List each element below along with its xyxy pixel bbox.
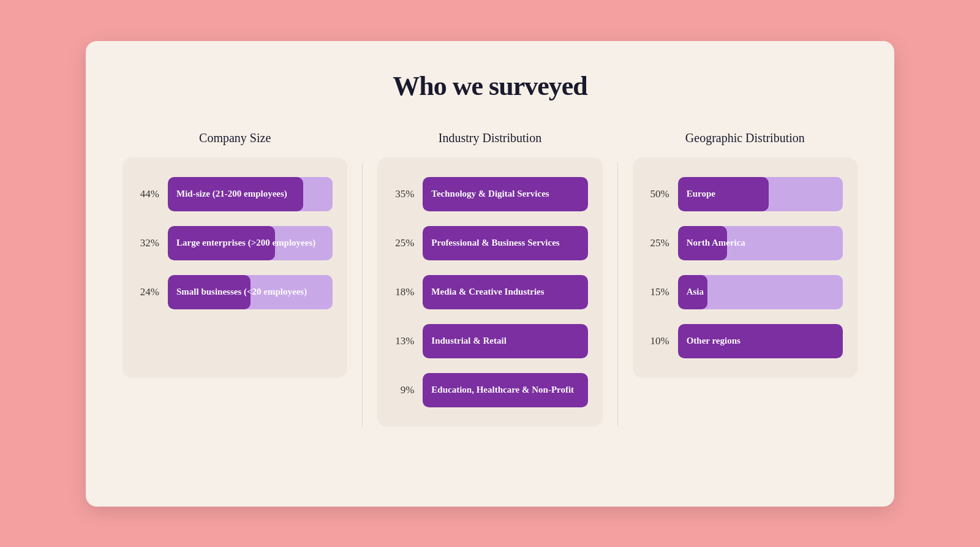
section-title-geographic: Geographic Distribution xyxy=(633,131,858,145)
bar-outer: North America xyxy=(678,226,843,260)
bar-inner: Technology & Digital Services xyxy=(423,177,587,211)
bar-row: 18% Media & Creative Industries xyxy=(392,275,587,309)
bar-pct: 10% xyxy=(647,335,669,347)
bar-pct: 32% xyxy=(137,237,159,249)
bar-row: 35% Technology & Digital Services xyxy=(392,177,587,211)
section-divider xyxy=(362,163,363,427)
bar-row: 9% Education, Healthcare & Non-Profit xyxy=(392,373,587,407)
bar-outer: Other regions xyxy=(678,324,843,358)
bar-outer: Technology & Digital Services xyxy=(423,177,587,211)
bar-row: 25% North America xyxy=(647,226,843,260)
bar-outer: Large enterprises (>200 employees) xyxy=(168,226,333,260)
section-title-company-size: Company Size xyxy=(123,131,347,145)
bar-pct: 15% xyxy=(647,286,669,298)
bar-label: Other regions xyxy=(678,336,741,346)
bar-label: North America xyxy=(678,238,745,248)
bar-inner: Small businesses (<20 employees) xyxy=(168,275,251,309)
bar-pct: 25% xyxy=(392,237,414,249)
bar-outer: Small businesses (<20 employees) xyxy=(168,275,333,309)
bar-inner: Other regions xyxy=(678,324,843,358)
bar-row: 25% Professional & Business Services xyxy=(392,226,587,260)
bar-inner: Education, Healthcare & Non-Profit xyxy=(423,373,587,407)
bar-row: 50% Europe xyxy=(647,177,843,211)
page-title: Who we surveyed xyxy=(123,70,858,102)
bar-pct: 35% xyxy=(392,188,414,200)
bar-outer: Asia xyxy=(678,275,843,309)
bar-label: Professional & Business Services xyxy=(423,238,559,248)
bar-pct: 44% xyxy=(137,188,159,200)
bar-pct: 25% xyxy=(647,237,669,249)
bar-row: 44% Mid-size (21-200 employees) xyxy=(137,177,333,211)
bar-label: Mid-size (21-200 employees) xyxy=(168,189,287,199)
section-card-industry: 35% Technology & Digital Services 25% Pr… xyxy=(377,157,602,427)
sections-row: Company Size 44% Mid-size (21-200 employ… xyxy=(123,131,858,427)
bar-row: 15% Asia xyxy=(647,275,843,309)
bar-outer: Industrial & Retail xyxy=(423,324,587,358)
bar-pct: 24% xyxy=(137,286,159,298)
bar-inner: Asia xyxy=(678,275,707,309)
bar-inner: Industrial & Retail xyxy=(423,324,587,358)
bar-pct: 50% xyxy=(647,188,669,200)
bar-outer: Professional & Business Services xyxy=(423,226,587,260)
section-card-company-size: 44% Mid-size (21-200 employees) 32% Larg… xyxy=(123,157,347,378)
bar-inner: Professional & Business Services xyxy=(423,226,587,260)
bar-pct: 9% xyxy=(392,384,414,396)
bar-inner: North America xyxy=(678,226,728,260)
bar-pct: 18% xyxy=(392,286,414,298)
section-geographic: Geographic Distribution 50% Europe 25% N… xyxy=(633,131,858,378)
bar-label: Small businesses (<20 employees) xyxy=(168,287,307,297)
bar-outer: Education, Healthcare & Non-Profit xyxy=(423,373,587,407)
bar-pct: 13% xyxy=(392,335,414,347)
bar-outer: Media & Creative Industries xyxy=(423,275,587,309)
bar-outer: Europe xyxy=(678,177,843,211)
bar-inner: Europe xyxy=(678,177,769,211)
section-company-size: Company Size 44% Mid-size (21-200 employ… xyxy=(123,131,347,378)
bar-inner: Mid-size (21-200 employees) xyxy=(168,177,303,211)
bar-label: Technology & Digital Services xyxy=(423,189,549,199)
section-industry: Industry Distribution 35% Technology & D… xyxy=(377,131,602,427)
bar-label: Media & Creative Industries xyxy=(423,287,544,297)
section-divider xyxy=(617,163,618,427)
bar-row: 32% Large enterprises (>200 employees) xyxy=(137,226,333,260)
bar-row: 10% Other regions xyxy=(647,324,843,358)
bar-inner: Large enterprises (>200 employees) xyxy=(168,226,275,260)
bar-label: Europe xyxy=(678,189,715,199)
bar-label: Industrial & Retail xyxy=(423,336,507,346)
bar-label: Asia xyxy=(678,287,704,297)
bar-inner: Media & Creative Industries xyxy=(423,275,587,309)
bar-label: Education, Healthcare & Non-Profit xyxy=(423,385,574,395)
bar-outer: Mid-size (21-200 employees) xyxy=(168,177,333,211)
section-title-industry: Industry Distribution xyxy=(377,131,602,145)
bar-row: 24% Small businesses (<20 employees) xyxy=(137,275,333,309)
section-card-geographic: 50% Europe 25% North America xyxy=(633,157,858,378)
bar-row: 13% Industrial & Retail xyxy=(392,324,587,358)
bar-label: Large enterprises (>200 employees) xyxy=(168,238,315,248)
main-card: Who we surveyed Company Size 44% Mid-siz… xyxy=(86,41,894,507)
